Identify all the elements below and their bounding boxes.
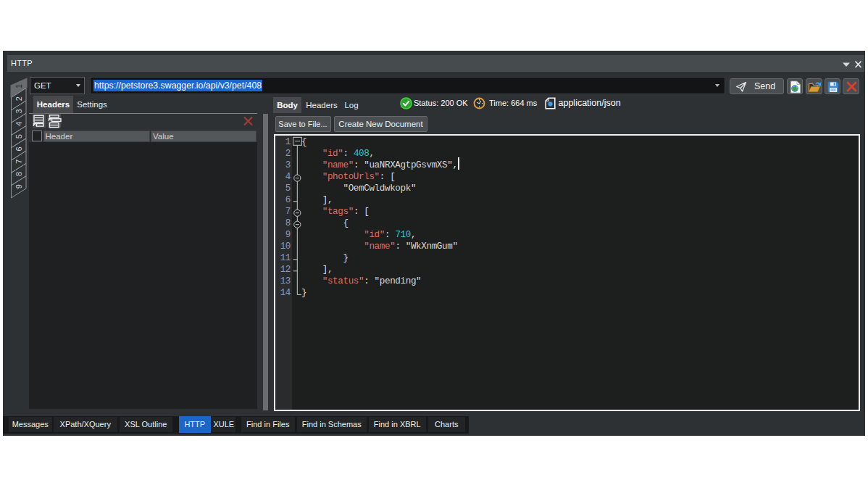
svg-text:7: 7 [14, 160, 23, 164]
svg-text:3: 3 [14, 109, 23, 113]
svg-text:9: 9 [14, 184, 23, 189]
svg-text:8: 8 [14, 172, 23, 176]
svg-text:5: 5 [14, 134, 23, 138]
svg-text:2: 2 [14, 96, 23, 101]
svg-text:1: 1 [14, 84, 23, 88]
svg-text:6: 6 [14, 146, 23, 151]
svg-text:4: 4 [14, 122, 23, 126]
